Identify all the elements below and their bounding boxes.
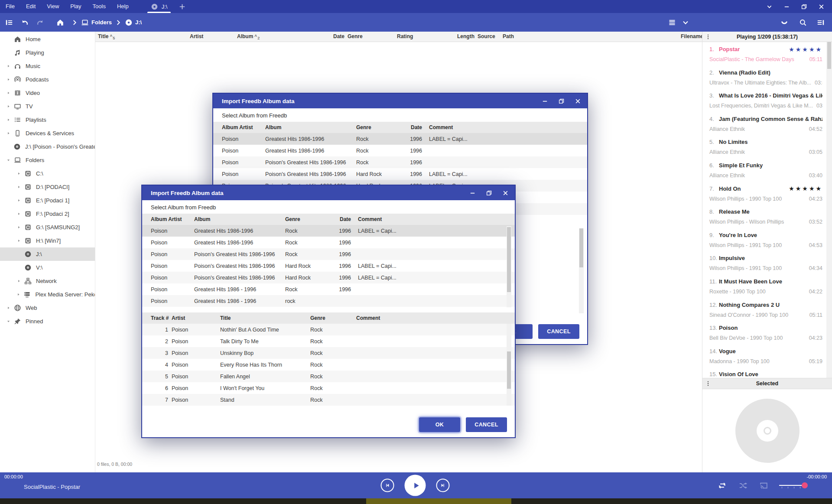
sidebar-item-playlists[interactable]: Playlists bbox=[0, 113, 95, 127]
chevron-right-icon[interactable] bbox=[3, 77, 13, 82]
column-header-source[interactable]: Source bbox=[478, 32, 495, 42]
track-column-artist[interactable]: Artist bbox=[172, 315, 220, 321]
sidebar-item-f-podaci-2[interactable]: F:\ [Podaci 2] bbox=[0, 207, 95, 221]
breadcrumb-folders[interactable]: Folders bbox=[91, 19, 112, 26]
column-header-artist[interactable]: Artist bbox=[190, 32, 203, 42]
track-row[interactable]: 1PoisonNothin' But A Good TimeRock bbox=[142, 324, 515, 335]
ok-button[interactable]: OK bbox=[419, 417, 460, 432]
album-column-comment[interactable]: Comment bbox=[429, 124, 587, 130]
selected-menu-icon[interactable] bbox=[702, 380, 714, 387]
album-column-date[interactable]: Date bbox=[324, 216, 351, 222]
scrollbar-thumb[interactable] bbox=[579, 228, 583, 267]
album-row[interactable]: PoisonGreatest Hits 1986-1996Rock1996 bbox=[142, 237, 515, 248]
album-row[interactable]: PoisonGreatest Hits 1986-1996Rock1996LAB… bbox=[142, 225, 515, 237]
sidebar-item-music[interactable]: Music bbox=[0, 59, 95, 73]
sidebar-item-c[interactable]: C:\ bbox=[0, 167, 95, 180]
chevron-right-icon[interactable] bbox=[14, 198, 23, 203]
sidebar-toggle-button[interactable] bbox=[3, 16, 16, 29]
volume-knob[interactable] bbox=[802, 482, 808, 488]
restore-button[interactable] bbox=[798, 1, 809, 12]
album-column-date[interactable]: Date bbox=[395, 124, 422, 130]
playlist-item[interactable]: 3.What Is Love 2016 - Dimitri Vegas & Li… bbox=[702, 88, 827, 112]
album-row[interactable]: PoisonGreatest Hits 1986-1996Rock1996 bbox=[213, 145, 587, 156]
chevron-right-icon[interactable] bbox=[3, 64, 13, 68]
track-row[interactable]: 3PoisonUnskinny BopRock bbox=[142, 347, 515, 359]
chevron-right-icon[interactable] bbox=[14, 279, 23, 283]
rating-stars[interactable]: ★★★★★ bbox=[786, 185, 822, 192]
column-header-title[interactable]: Title^5 bbox=[98, 32, 115, 42]
play-button[interactable] bbox=[405, 475, 426, 496]
sidebar-item-tv[interactable]: TV bbox=[0, 100, 95, 113]
dialog-maximize-button[interactable] bbox=[486, 190, 492, 196]
cancel-button[interactable]: CANCEL bbox=[466, 417, 507, 432]
column-header-genre[interactable]: Genre bbox=[348, 32, 363, 42]
sidebar-item-g-samsung2[interactable]: G:\ [SAMSUNG2] bbox=[0, 221, 95, 234]
playlist-item[interactable]: 15.Vision Of Love bbox=[702, 367, 827, 378]
album-row[interactable]: PoisonPoison's Greatest Hits 1986-1996Ha… bbox=[142, 260, 515, 272]
playlist-item[interactable]: 12.Nothing Compares 2 USinead O'Connor -… bbox=[702, 298, 827, 321]
playlist-item[interactable]: 7.Hold On★★★★★Wilson Phillips - 1990 Top… bbox=[702, 182, 827, 205]
scrollbar-thumb[interactable] bbox=[827, 42, 831, 69]
panel-toggle-button[interactable] bbox=[814, 16, 827, 29]
menu-edit[interactable]: Edit bbox=[20, 3, 41, 10]
view-mode-button[interactable] bbox=[666, 16, 679, 29]
dialog-close-button[interactable] bbox=[575, 98, 581, 104]
track-row[interactable]: 7PoisonStandRock bbox=[142, 394, 515, 406]
panel-menu-icon[interactable] bbox=[702, 34, 714, 40]
column-header-path[interactable]: Path bbox=[503, 32, 514, 42]
track-column-comment[interactable]: Comment bbox=[356, 315, 515, 321]
chevron-right-icon[interactable] bbox=[14, 171, 23, 176]
repeat-button[interactable] bbox=[717, 480, 727, 491]
playlist-item[interactable]: 2.Vienna (Radio Edit)Ultravox - The Ulti… bbox=[702, 65, 827, 89]
album-row[interactable]: PoisonPoison's Greatest Hits 1986-1996Ha… bbox=[213, 168, 587, 180]
view-mode-chevron-icon[interactable] bbox=[681, 16, 690, 29]
track-table-scrollbar[interactable] bbox=[507, 324, 511, 406]
playlist-item[interactable]: 1.Popstar★★★★★SocialPlastic - The Garmel… bbox=[702, 42, 827, 65]
home-button[interactable] bbox=[54, 16, 67, 29]
loading-arc-icon[interactable] bbox=[778, 16, 791, 29]
album-row[interactable]: PoisonGreatest Hits 1986 - 1996Rock1996 bbox=[142, 283, 515, 295]
playlist-scrollbar[interactable] bbox=[826, 42, 832, 378]
sidebar-item-d-podaci[interactable]: D:\ [PODACI] bbox=[0, 180, 95, 194]
breadcrumb-drive[interactable]: J:\ bbox=[135, 19, 142, 26]
chevron-down-icon[interactable] bbox=[3, 319, 13, 324]
computer-icon[interactable] bbox=[81, 19, 89, 26]
sidebar-item-playing[interactable]: Playing bbox=[0, 46, 95, 59]
column-header-date[interactable]: Date bbox=[333, 32, 344, 42]
menu-play[interactable]: Play bbox=[65, 3, 87, 10]
dialog-minimize-button[interactable] bbox=[469, 190, 476, 196]
previous-track-button[interactable] bbox=[381, 479, 394, 492]
sidebar-item-j[interactable]: J:\ bbox=[0, 247, 95, 261]
rating-stars[interactable]: ★★★★★ bbox=[786, 46, 822, 53]
cast-button[interactable] bbox=[758, 480, 769, 491]
track-row[interactable]: 5PoisonFallen AngelRock bbox=[142, 371, 515, 382]
column-header-length[interactable]: Length bbox=[457, 32, 474, 42]
minimize-button[interactable] bbox=[781, 1, 792, 12]
playlist-item[interactable]: 13.PoisonBell Biv DeVoe - 1990 Top 10004… bbox=[702, 321, 827, 344]
album-table-scrollbar[interactable] bbox=[507, 226, 511, 307]
sidebar-item-h-win7[interactable]: H:\ [Win7] bbox=[0, 234, 95, 247]
search-button[interactable] bbox=[796, 16, 809, 29]
column-header-filename[interactable]: Filename bbox=[681, 32, 703, 42]
scrollbar-thumb[interactable] bbox=[507, 351, 511, 389]
track-table-scrollbar[interactable] bbox=[579, 228, 584, 313]
volume-slider[interactable] bbox=[779, 480, 809, 491]
dialog-title-bar[interactable]: Import Freedb Album data bbox=[213, 94, 587, 108]
sidebar-item-web[interactable]: Web bbox=[0, 301, 95, 315]
sidebar-item-podcasts[interactable]: Podcasts bbox=[0, 73, 95, 86]
chevron-right-icon[interactable] bbox=[14, 238, 23, 243]
chevron-right-icon[interactable] bbox=[14, 185, 23, 189]
chevron-right-icon[interactable] bbox=[3, 117, 13, 122]
playlist-item[interactable]: 5.No LimitesAlliance Ethnik03:05 bbox=[702, 135, 827, 158]
chevron-right-icon[interactable] bbox=[14, 225, 23, 230]
album-column-genre[interactable]: Genre bbox=[285, 216, 324, 222]
sidebar-item-plex-media-server-peke[interactable]: Plex Media Server: Peke bbox=[0, 288, 95, 301]
playlist-item[interactable]: 4.Jam (Featuring Common Sense & Rahzel)A… bbox=[702, 112, 827, 135]
new-tab-button[interactable] bbox=[179, 3, 186, 10]
chevron-down-icon[interactable] bbox=[3, 158, 13, 163]
album-column-album[interactable]: Album bbox=[265, 124, 356, 130]
sidebar-item-devices-services[interactable]: Devices & Services bbox=[0, 127, 95, 140]
column-header-album[interactable]: Album^2 bbox=[237, 32, 260, 42]
dialog-maximize-button[interactable] bbox=[558, 98, 565, 104]
chevron-right-icon[interactable] bbox=[3, 131, 13, 136]
